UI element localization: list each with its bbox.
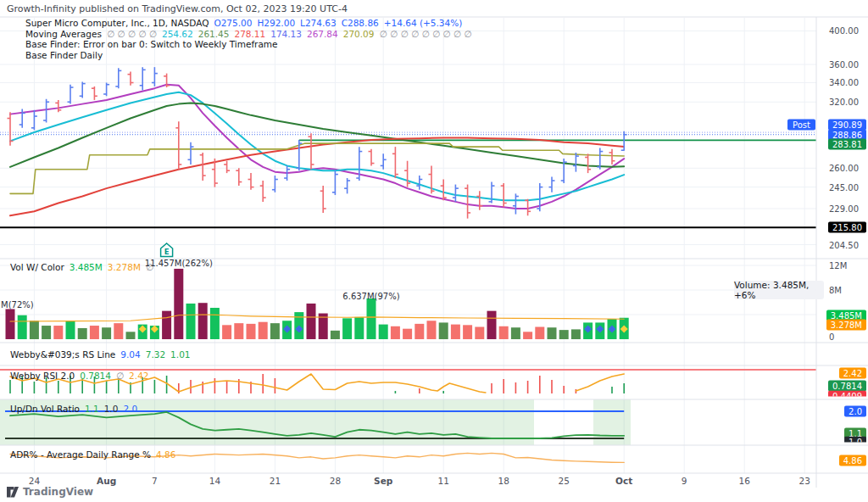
volume-avg-line: [10, 315, 624, 321]
time-axis-label: 28: [330, 476, 341, 486]
price-bar: [103, 82, 109, 96]
time-axis-label: 21: [270, 476, 281, 486]
volume-bar: [559, 330, 569, 339]
footer-branding: TradingView: [7, 486, 93, 498]
volume-bar: [463, 325, 472, 339]
legend-item: 261.45: [198, 29, 230, 39]
price-bar: [441, 180, 447, 201]
time-axis-label: 16: [739, 476, 750, 486]
price-bar: [68, 85, 74, 104]
legend-item: Moving Averages: [25, 29, 102, 39]
legend-item: Base Finder Daily: [25, 50, 103, 60]
legend-item: 4.86: [156, 449, 175, 460]
price-bar: [585, 153, 591, 173]
price-bar: [152, 67, 158, 86]
volume-bar: [30, 321, 39, 339]
price-bar: [272, 176, 278, 192]
legend-item: O275.00: [214, 18, 252, 28]
legend-item: 1.01: [170, 349, 190, 360]
legend-item: 3.485M: [70, 262, 103, 272]
tradingview-published-chart: Growth-Infinity published on TradingView…: [0, 0, 868, 502]
price-bar: [309, 133, 314, 169]
volume-bar: [331, 331, 340, 339]
legend-item: Vol W/ Color: [10, 262, 64, 272]
volume-bar: [487, 311, 497, 339]
price-bar: [80, 81, 86, 98]
volume-bar: [523, 332, 532, 339]
time-axis-label: Sep: [374, 476, 392, 486]
volume-bar: [367, 298, 376, 339]
legend-item: 9.04: [120, 349, 140, 360]
price-bar: [369, 149, 375, 166]
volume-bar: [571, 329, 581, 339]
price-axis-tick: 400.00: [829, 26, 859, 36]
volume-bar: [499, 326, 509, 339]
price-bar: [31, 110, 37, 131]
time-axis-label: 7: [152, 476, 158, 486]
volume-bar: [210, 308, 220, 339]
legend-item: +14.64 (+5.34%): [384, 18, 463, 28]
axis-value-badge: 4.86: [839, 455, 866, 466]
volume-bar: [90, 326, 99, 339]
price-bar: [236, 168, 242, 186]
price-bar: [260, 181, 266, 202]
volume-axis-tick: 12M: [829, 261, 847, 271]
volume-bar: [126, 332, 136, 339]
volume-bar: [475, 327, 484, 340]
ma-line-red: [10, 137, 624, 215]
legend-item: L274.63: [300, 18, 337, 28]
volume-tooltip: Volume: 3.485M, +6%: [734, 281, 824, 299]
volume-bar: [247, 324, 256, 339]
legend-price-row[interactable]: Super Micro Computer, Inc., 1D, NASDAQO2…: [25, 18, 467, 28]
legend-price-row[interactable]: Moving Averages∅ ∅ ∅ ∅ ∅254.62261.45278.…: [25, 29, 477, 39]
legend-item: Webby&#039;s RS Line: [10, 349, 115, 360]
volume-bar: [379, 325, 388, 339]
price-axis-tick: 360.00: [829, 60, 859, 70]
price-bar: [92, 86, 97, 100]
price-bar: [476, 191, 482, 209]
legend-item: Super Micro Computer, Inc., 1D, NASDAQ: [25, 18, 209, 28]
volume-bar: [259, 322, 268, 339]
volume-bar: [451, 325, 460, 339]
legend-item: 3.278M: [108, 262, 141, 272]
volume-bar: [186, 304, 196, 339]
time-axis-label: 24: [29, 476, 40, 486]
time-axis-label: 23: [799, 476, 810, 486]
legend-item: 278.11: [234, 29, 265, 39]
chart-canvas[interactable]: E: [0, 0, 868, 502]
volume-bar: [391, 326, 400, 339]
volume-spike-label: M(72%): [1, 300, 34, 310]
axis-value-badge: 3.278M: [826, 320, 866, 331]
tradingview-logo-icon[interactable]: [7, 487, 19, 498]
legend-price-row[interactable]: Base Finder Daily: [25, 50, 108, 60]
legend-rsi-row[interactable]: Webby RSI 2.00.7814∅2.42: [10, 371, 154, 381]
volume-axis-tick: 8M: [829, 286, 842, 295]
price-bar: [573, 153, 579, 172]
volume-bar: [548, 327, 557, 339]
price-bar: [188, 142, 194, 165]
legend-item: 2.42: [129, 371, 148, 381]
volume-bar: [342, 318, 352, 339]
volume-bar: [234, 323, 243, 339]
volume-spike-label: 11.457M(262%): [145, 259, 213, 268]
legend-price-row[interactable]: Base Finder: Error on bar 0: Switch to W…: [25, 39, 283, 49]
legend-item: 7.32: [146, 349, 165, 360]
legend-item: H292.00: [257, 18, 295, 28]
time-axis-label: 14: [209, 476, 220, 486]
volume-bar: [535, 327, 544, 340]
earnings-marker-letter: E: [164, 248, 170, 256]
legend-item: Webby RSI 2.0: [10, 371, 75, 381]
legend-rs_line-row[interactable]: Webby&#039;s RS Line9.047.321.01: [10, 349, 196, 360]
legend-item: Up/Dn Vol Ratio: [10, 404, 80, 414]
legend-item: C288.86: [342, 18, 379, 28]
price-bar: [200, 153, 206, 181]
legend-volume-row[interactable]: Vol W/ Color3.485M3.278M∅: [10, 262, 159, 272]
legend-item: Base Finder: Error on bar 0: Switch to W…: [25, 39, 278, 49]
legend-item: 174.13: [270, 29, 302, 39]
axis-value-badge: 0.7814: [828, 381, 866, 392]
tradingview-logo-text[interactable]: TradingView: [23, 486, 93, 498]
price-axis-tick: 260.00: [829, 164, 859, 173]
legend-updn-row[interactable]: Up/Dn Vol Ratio1.11.02.0: [10, 404, 142, 414]
price-bar: [140, 67, 146, 90]
legend-adr-row[interactable]: ADR% - Average Daily Range %4.86: [10, 449, 181, 460]
